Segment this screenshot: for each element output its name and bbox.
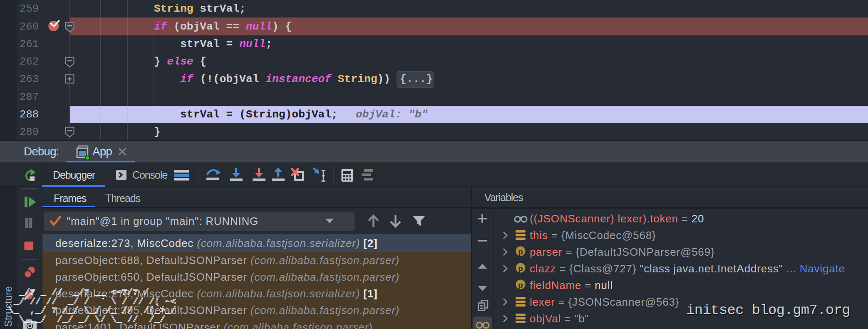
svg-text:p: p <box>518 281 523 289</box>
svg-text:p: p <box>518 264 523 273</box>
svg-text:p: p <box>518 247 523 256</box>
